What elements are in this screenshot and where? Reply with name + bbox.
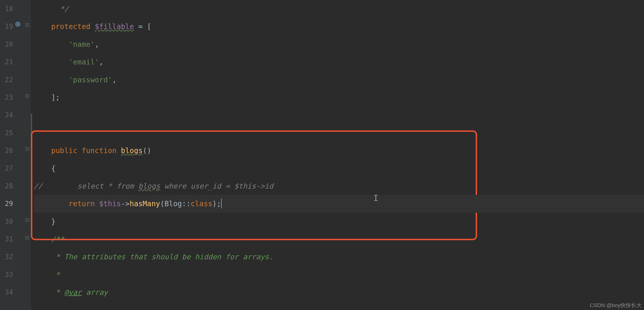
code-line[interactable]: 'name', <box>34 36 644 53</box>
line-number: 19 <box>0 18 24 35</box>
code-line[interactable]: 'email', <box>34 53 644 71</box>
fold-gutter[interactable] <box>24 0 31 310</box>
code-line-current[interactable]: return $this->hasMany(Blog::class); <box>34 195 644 212</box>
line-number: 27 <box>0 160 24 177</box>
keyword-function: function <box>82 146 117 155</box>
function-name-blogs: blogs <box>121 146 142 155</box>
space <box>95 199 99 208</box>
code-line[interactable]: * The attributes that should be hidden f… <box>34 248 644 265</box>
watermark-text: CSDN @boy快快长大 <box>590 302 642 309</box>
docblock-tag-var: @var <box>64 288 82 296</box>
method-hasMany: hasMany <box>130 199 160 208</box>
comment-slashes: // <box>34 182 42 190</box>
code-area[interactable]: */ protected $fillable = [ 'name', 'emai… <box>31 0 644 310</box>
brace-open: { <box>51 164 56 173</box>
keyword-public: public <box>51 146 77 155</box>
this-var: $this <box>99 199 121 208</box>
fold-handle-icon[interactable] <box>26 218 29 222</box>
code-line[interactable] <box>34 124 644 142</box>
fold-handle-icon[interactable] <box>26 94 29 98</box>
code-line[interactable] <box>34 106 644 124</box>
paren-close: ); <box>212 199 221 208</box>
punct: , <box>95 40 99 49</box>
string-literal: 'email' <box>69 58 99 66</box>
code-line[interactable]: } <box>34 213 644 230</box>
docblock-close: */ <box>56 5 68 13</box>
fold-handle-icon[interactable] <box>26 23 29 27</box>
code-line[interactable]: */ <box>34 0 644 18</box>
line-number: 25 <box>0 124 24 142</box>
line-number: 18 <box>0 0 24 18</box>
keyword-class: class <box>190 199 212 208</box>
code-line[interactable]: * <box>34 266 644 283</box>
docblock-text: * <box>51 270 60 279</box>
line-number: 23 <box>0 89 24 106</box>
line-number-gutter: 18 19 20 21 22 23 24 25 26 27 28 29 30 3… <box>0 0 24 310</box>
line-number: 26 <box>0 142 24 159</box>
brace-close: } <box>51 217 56 226</box>
implements-gutter-icon[interactable] <box>16 22 20 27</box>
keyword-return: return <box>69 199 95 208</box>
docblock-text: * The attributes that should be hidden f… <box>51 252 273 261</box>
fold-handle-icon[interactable] <box>26 147 29 151</box>
code-line[interactable]: ]; <box>34 89 644 106</box>
scope-op: :: <box>182 199 190 208</box>
docblock-prefix: * <box>51 288 64 296</box>
line-number: 20 <box>0 36 24 53</box>
line-number: 34 <box>0 283 24 301</box>
code-line[interactable]: 'password', <box>34 71 644 89</box>
string-literal: 'name' <box>69 40 95 49</box>
line-number: 30 <box>0 213 24 230</box>
docblock-type: array <box>82 288 108 296</box>
line-number: 28 <box>0 177 24 195</box>
line-number: 22 <box>0 71 24 89</box>
docblock-open: /** <box>51 235 64 243</box>
line-number: 24 <box>0 106 24 124</box>
punct: = [ <box>134 22 151 31</box>
code-line[interactable]: /** <box>34 230 644 248</box>
punct-close-array: ]; <box>51 93 60 102</box>
comment-text: where user_id = $this->id <box>160 182 274 190</box>
arrow-op: -> <box>121 199 130 208</box>
code-line[interactable]: public function blogs() <box>34 142 644 159</box>
code-line[interactable]: { <box>34 160 644 177</box>
comment-blogs: blogs <box>138 182 160 190</box>
punct: , <box>99 58 104 66</box>
keyword-protected: protected <box>51 22 90 31</box>
line-number: 32 <box>0 248 24 265</box>
code-editor[interactable]: 18 19 20 21 22 23 24 25 26 27 28 29 30 3… <box>0 0 644 310</box>
line-number: 33 <box>0 266 24 283</box>
line-number: 31 <box>0 230 24 248</box>
punct-parens: () <box>143 146 152 155</box>
comment-text: select * from <box>78 182 138 190</box>
code-line[interactable]: protected $fillable = [ <box>34 18 644 35</box>
text-cursor <box>221 199 222 208</box>
line-number: 21 <box>0 53 24 71</box>
property-fillable: $fillable <box>95 22 134 31</box>
code-line[interactable]: * @var array <box>34 283 644 301</box>
class-blog: Blog <box>164 199 182 208</box>
fold-handle-icon[interactable] <box>26 236 29 239</box>
string-literal: 'password' <box>69 76 112 84</box>
paren-open: ( <box>160 199 164 208</box>
code-line[interactable]: // select * from blogs where user_id = $… <box>34 177 644 195</box>
line-number-current: 29 <box>0 195 24 212</box>
punct: , <box>112 76 116 84</box>
